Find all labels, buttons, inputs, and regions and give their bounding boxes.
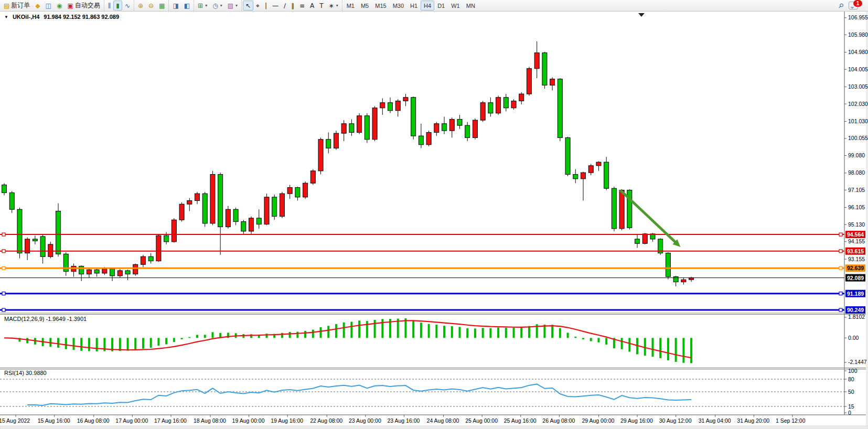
autotrading-button[interactable]: ▣自动交易 [65,1,102,10]
price-axis-tick: 103.005 [848,83,868,90]
line-handle[interactable] [839,266,842,270]
trendline-icon: ∕ [284,3,286,9]
line-handle[interactable] [839,250,842,253]
candle [581,173,586,179]
price-axis-tick: 106.955 [848,14,868,20]
candlestick-button[interactable]: ▮ [113,1,122,10]
candle [141,256,145,264]
one-click-panel-toggle-icon[interactable]: ▼ [4,15,8,19]
channel-button[interactable]: ∥ [288,1,297,10]
cursor-button[interactable]: ↖ [243,1,253,10]
candle [272,197,277,217]
candle [280,194,284,216]
tile-windows-button[interactable]: ▦ [156,1,167,10]
market-watch-button[interactable]: ◫ [43,1,54,10]
crosshair-button[interactable]: ⌖ [253,1,262,10]
timeframe-h1[interactable]: H1 [407,1,421,10]
new-order-button[interactable]: ▤新订单 [1,1,33,10]
line-chart-button[interactable]: ∿ [122,1,133,10]
line-handle[interactable] [839,308,842,312]
fibonacci-button[interactable]: ≡ [297,1,307,10]
zoom-out-button[interactable]: ⊖ [146,1,156,10]
candle [295,188,300,197]
search-icon: ⚲ [837,2,845,9]
timeframe-w1[interactable]: W1 [448,1,463,10]
trendline-button[interactable]: ∕ [281,1,288,10]
timeframe-h4[interactable]: H4 [421,1,434,10]
line-handle[interactable] [2,233,5,236]
autotrading-icon: ▣ [67,3,73,9]
candle [179,204,184,220]
price-axis-tick: 96.105 [848,204,865,210]
period-separators-icon: ◧ [184,3,190,9]
time-axis-label: 16 Aug 08:00 [77,417,110,424]
text-label-icon: T [319,3,323,9]
time-axis-label: 29 Aug 00:00 [582,417,614,424]
periods-button-dropdown-icon[interactable]: ▾ [220,3,222,8]
price-axis-tick: 104.005 [848,66,868,72]
periods-button[interactable]: ◷▾ [210,1,225,10]
arrows-button[interactable]: ∗▾ [326,1,341,10]
templates-button-dropdown-icon[interactable]: ▾ [235,3,238,8]
add-indicator-button-dropdown-icon[interactable]: ▾ [205,3,207,8]
add-indicator-icon: ⊞ [198,3,203,9]
metaeditor-button[interactable]: ◆ [33,1,42,10]
bar-chart-button[interactable]: ⫼ [105,1,114,10]
add-indicator-button[interactable]: ⊞▾ [195,1,210,10]
zoom-group: ⊕⊖▦ [134,0,168,11]
timeframe-mn[interactable]: MN [463,1,478,10]
text-button[interactable]: A [307,1,317,10]
time-axis-label: 26 Aug 08:00 [542,417,575,424]
timeframe-m30[interactable]: M30 [390,1,407,10]
price-level-badge-text: 94.564 [847,231,864,238]
arrows-button-dropdown-icon[interactable]: ▾ [336,3,338,8]
templates-button[interactable]: ▨▾ [225,1,240,10]
timeframe-m1[interactable]: M1 [344,1,358,10]
trade-group: ▤新订单◆◫◉▣自动交易 [0,0,104,11]
fibonacci-icon: ≡ [299,3,305,9]
price-axis-tick: 97.105 [848,187,865,193]
hline-button[interactable]: — [270,1,281,10]
period-separators-button[interactable]: ◧ [181,1,192,10]
candle [102,269,107,273]
price-level-badge-text: 93.615 [847,248,864,254]
candle [365,116,369,140]
candle [164,235,169,242]
candle [94,270,99,273]
timeframe-m15[interactable]: M15 [372,1,389,10]
candle [527,69,531,94]
line-handle[interactable] [839,292,842,295]
line-handle[interactable] [2,250,5,253]
vline-button[interactable]: | [262,1,270,10]
tile-windows-icon: ▦ [159,3,165,9]
rsi-value: 30.9880 [26,370,47,376]
metaeditor-icon: ◆ [35,3,40,9]
macd-axis-tick: -2.1447 [848,359,867,365]
candle [511,101,516,108]
search-button[interactable]: ⚲ [836,1,846,10]
candle [403,98,408,101]
candle [689,278,694,280]
line-handle[interactable] [839,233,842,236]
candle [341,124,346,133]
candle [642,234,647,243]
timeframe-m5[interactable]: M5 [358,1,372,10]
line-handle[interactable] [2,292,5,295]
line-handle[interactable] [2,266,5,270]
time-axis-label: 29 Aug 16:00 [620,417,653,424]
time-axis-label: 25 Aug 16:00 [504,417,537,424]
candle [604,162,609,188]
candle [148,256,153,261]
text-label-button[interactable]: T [317,1,326,10]
indicator-window-button[interactable]: ◨ [170,1,181,10]
candle [210,175,215,223]
rsi-axis-tick: 100 [848,368,858,374]
notifications-button[interactable]: 1 [846,1,861,10]
timeframe-d1[interactable]: D1 [434,1,448,10]
chart-canvas[interactable]: 106.955105.980104.980104.005103.005102.0… [0,0,868,429]
line-handle[interactable] [2,308,5,312]
price-axis-tick: 104.980 [848,49,868,55]
rsi-axis-tick: 0 [848,410,851,416]
signals-button[interactable]: ◉ [54,1,65,10]
zoom-in-button[interactable]: ⊕ [135,1,146,10]
